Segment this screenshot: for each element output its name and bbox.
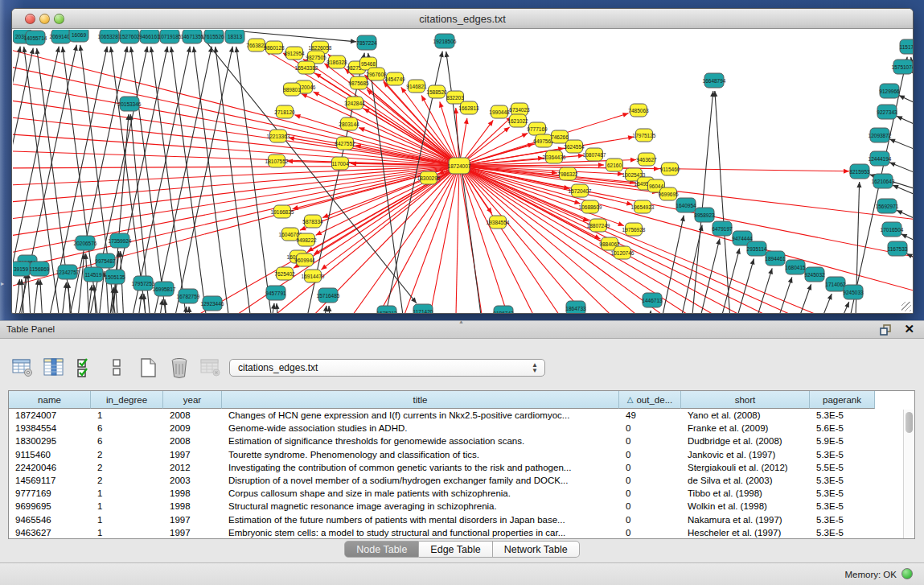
table-cell-title: Embryonic stem cells: a model to study s… [222,528,619,538]
graph-node-label: 9827505 [306,55,326,60]
column-header-title[interactable]: title [222,391,619,409]
graph-edge[interactable] [151,47,194,313]
graph-edge[interactable] [739,268,772,313]
graph-edge[interactable] [13,133,459,166]
graph-edge[interactable] [151,299,162,313]
graph-edge[interactable] [13,166,459,168]
edge-arrowhead [647,311,652,313]
graph-edge[interactable] [721,259,754,313]
table-row[interactable]: 969969511998Structural magnetic resonanc… [9,500,914,513]
network-canvas[interactable]: 2031214055714206914061606910653287152760… [13,30,913,313]
rows-icon[interactable] [105,356,128,379]
splitter-handle-icon[interactable]: ▲ [458,319,464,324]
column-header-year[interactable]: year [163,391,222,409]
float-panel-icon[interactable] [880,323,893,336]
table-row[interactable]: 1872400712008Changes of HCN gene express… [9,409,914,422]
table-cell-year: 2009 [163,423,222,433]
new-table-icon[interactable] [137,356,159,379]
collapse-arrow-icon[interactable]: ▸ [1,280,4,287]
table-row[interactable]: 1830029562008Estimation of significance … [9,435,914,447]
graph-node-label: 10719185 [158,34,182,39]
table-row[interactable]: 2242004622012Investigating the contribut… [9,461,914,474]
graph-edge[interactable] [643,311,651,313]
edge-arrowhead [79,45,84,51]
edge-arrowhead [618,221,624,226]
window-titlebar[interactable]: citations_edges.txt [12,9,913,29]
graph-edge[interactable] [899,95,913,119]
graph-edge[interactable] [423,166,459,313]
table-vertical-scrollbar[interactable] [903,410,914,538]
tab-network-table[interactable]: Network Table [493,541,580,558]
table-cell-title: Genome-wide association studies in ADHD. [222,423,619,433]
table-row[interactable]: 946362711997Embryonic stem cells: a mode… [9,526,914,539]
graph-edge[interactable] [28,273,35,313]
table-cell-in-degree: 2 [91,476,163,485]
table-cell-short: Stergiakouli et al. (2012) [681,463,810,472]
table-row[interactable]: 1456911722003Disruption of a novel membe… [9,474,914,487]
memory-status-indicator-icon[interactable] [901,568,913,579]
table-cell-out-de-: 0 [619,501,681,511]
select-all-icon[interactable] [74,356,97,379]
edge-arrowhead [327,306,332,311]
window-resize-grip[interactable] [901,302,911,311]
graph-edge[interactable] [194,47,236,313]
edge-arrowhead [170,47,175,52]
graph-node-label: 18807249 [587,223,610,229]
show-columns-icon[interactable] [43,356,65,379]
tab-node-table[interactable]: Node Table [344,541,419,558]
graph-edge[interactable] [302,93,459,166]
graph-edge[interactable] [459,166,648,313]
edge-arrowhead [322,213,329,218]
graph-edge[interactable] [459,166,777,313]
graph-node-label: 8186328 [326,60,347,65]
graph-edge[interactable] [889,139,913,163]
graph-edge[interactable] [911,57,913,313]
column-header-in-degree[interactable]: in_degree [91,391,163,409]
table-row[interactable]: 977716911998Corpus callosum shape and si… [9,487,914,500]
graph-edge[interactable] [455,166,459,313]
graph-edge[interactable] [314,92,459,166]
table-row[interactable]: 911546021997Tourette syndrome. Phenomeno… [9,448,914,461]
graph-node-label: 8958923 [694,212,715,218]
graph-node-label: 1662813 [458,105,479,111]
column-header-label: name [38,395,61,405]
graph-node-label: 7986322 [557,171,578,177]
edge-arrowhead [23,47,27,52]
table-cell-pagerank: 5.3E-5 [810,410,875,420]
graph-edge[interactable] [778,284,811,313]
graph-edge[interactable] [459,166,913,263]
graph-edge[interactable] [459,166,624,226]
edge-arrowhead [750,259,755,266]
graph-node-label: 12342757 [56,270,80,275]
table-selector-dropdown[interactable]: citations_edges.txt ▲▼ [229,359,545,377]
column-header-pagerank[interactable]: pagerank [810,391,875,409]
tab-edge-table[interactable]: Edge Table [419,541,492,558]
edge-arrowhead [630,158,636,163]
graph-edge[interactable] [817,302,849,313]
column-header-short[interactable]: short [681,391,810,409]
graph-edge[interactable] [912,72,913,95]
graph-edge[interactable] [86,253,92,313]
table-cell-name: 9777169 [9,488,91,498]
graph-edge[interactable] [72,253,84,313]
edge-arrowhead [488,120,494,126]
graph-edge[interactable] [13,44,459,166]
delete-column-icon[interactable] [199,356,222,379]
column-header-out-de-[interactable]: △out_de... [619,391,681,409]
table-mode-icon[interactable] [11,356,34,379]
network-view-window: citations_edges.txt 20312140557142069140… [11,8,914,314]
graph-node-label: 1864733 [565,306,586,311]
graph-edge[interactable] [171,47,214,313]
edge-arrowhead [315,73,322,78]
close-panel-icon[interactable]: ✕ [904,322,914,336]
delete-table-icon[interactable] [168,356,191,379]
graph-edge[interactable] [897,116,913,140]
scrollbar-thumb[interactable] [906,412,913,433]
table-row[interactable]: 1938455462009Genome-wide association stu… [9,422,914,435]
column-header-name[interactable]: name [9,391,91,409]
table-row[interactable]: 946554611997Estimation of the future num… [9,513,914,526]
graph-edge[interactable] [216,47,258,313]
graph-edge[interactable] [162,47,232,313]
graph-node-label: 9245033 [843,290,864,295]
graph-node-label: 9466161 [139,34,160,39]
